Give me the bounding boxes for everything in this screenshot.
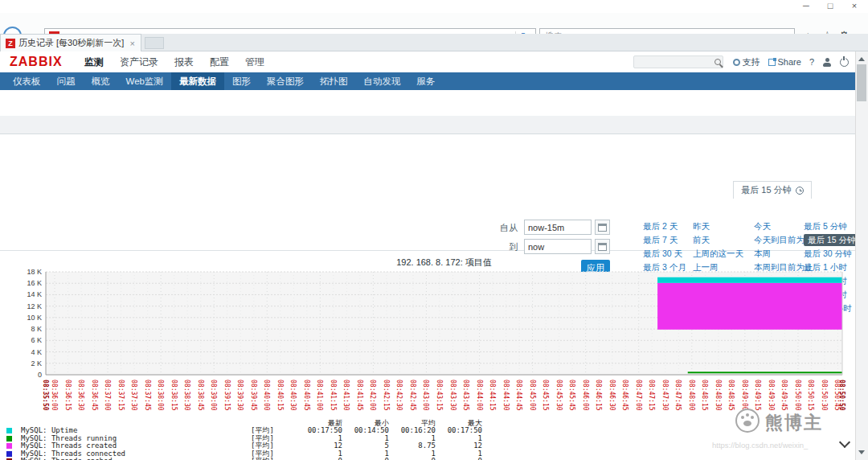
- legend-value: 00:16:20: [394, 427, 436, 434]
- x-axis-label: 08:45:15: [542, 380, 549, 411]
- x-axis-label: 08:36:15: [64, 380, 72, 411]
- x-axis-label: 08:38:30: [183, 380, 190, 411]
- y-axis-label: 16 K: [27, 279, 42, 287]
- time-preset-link[interactable]: 前天: [693, 233, 713, 247]
- clock-icon: [796, 187, 804, 195]
- legend-value: 1: [347, 450, 389, 458]
- browser-tab-bar: Z 历史记录 [每30秒刷新一次] ×: [0, 34, 868, 51]
- sub-nav-item[interactable]: 自动发现: [355, 72, 408, 90]
- help-link[interactable]: ?: [809, 57, 814, 67]
- x-axis-label: 08:45:30: [555, 380, 563, 411]
- history-graph[interactable]: 192. 168. 8. 172: 项目值18 K16 K14 K12 K10 …: [0, 256, 855, 417]
- x-axis-label: 08:40:15: [276, 380, 284, 411]
- x-axis-label: 08:42:30: [395, 380, 403, 411]
- x-axis-label: 08:50:00: [794, 380, 801, 411]
- tab-close-icon[interactable]: ×: [128, 39, 137, 48]
- x-axis-label: 08:43:45: [462, 380, 469, 411]
- window-close-button[interactable]: ×: [842, 0, 866, 12]
- new-tab-button[interactable]: [145, 37, 164, 49]
- x-axis-label: 08:49:00: [741, 380, 748, 411]
- chart-title: 192. 168. 8. 172: 项目值: [396, 257, 492, 267]
- series-area: [657, 277, 842, 283]
- x-axis-label: 08:37:15: [117, 380, 125, 411]
- time-from-input[interactable]: [524, 220, 592, 235]
- sub-nav-item[interactable]: Web监测: [118, 72, 171, 90]
- signout-icon[interactable]: [840, 58, 849, 67]
- legend-color-swatch: [6, 451, 12, 457]
- time-preset-link[interactable]: 最后 15 分钟: [804, 234, 855, 246]
- x-axis-label: 08:48:30: [714, 380, 722, 411]
- legend-value: 8.75: [394, 442, 436, 450]
- y-axis-label: 12 K: [27, 302, 42, 310]
- window-minimize-button[interactable]: ─: [794, 0, 818, 12]
- support-link[interactable]: 支持: [733, 56, 760, 68]
- legend-value: 00:17:50: [440, 427, 482, 434]
- time-preset-link[interactable]: 最后 7 天: [643, 233, 681, 247]
- sub-nav-item[interactable]: 拓扑图: [312, 72, 356, 90]
- header-search-icon[interactable]: [714, 59, 721, 65]
- scrollbar-down-icon[interactable]: [858, 450, 865, 454]
- window-maximize-button[interactable]: □: [818, 0, 842, 12]
- x-axis-label: 08:38:00: [157, 380, 164, 411]
- watermark-name: 熊博主: [765, 411, 823, 435]
- scrollbar[interactable]: [855, 51, 868, 460]
- window-titlebar: ─ □ ×: [0, 0, 868, 13]
- x-axis-label: 08:45:00: [529, 380, 536, 411]
- x-axis-label: 08:47:00: [635, 380, 642, 411]
- sub-nav-item[interactable]: 问题: [49, 72, 84, 90]
- main-nav-item[interactable]: 监测: [76, 51, 112, 72]
- calendar-icon: [598, 243, 607, 251]
- sub-nav-item[interactable]: 聚合图形: [259, 72, 312, 90]
- time-to-input[interactable]: [524, 239, 592, 254]
- x-axis-label: 08:37:45: [144, 380, 151, 411]
- scrollbar-thumb[interactable]: [857, 64, 866, 101]
- zabbix-app: ZABBIX 监测资产记录报表配置管理 支持 Share ? 仪表板问题概览We…: [0, 51, 855, 460]
- main-nav-item[interactable]: 资产记录: [112, 51, 166, 72]
- profile-icon[interactable]: [822, 58, 832, 67]
- y-axis-label: 8 K: [31, 325, 42, 333]
- scrollbar-up-icon[interactable]: [858, 57, 865, 61]
- x-axis-label: 08:50:30: [821, 380, 828, 411]
- share-link[interactable]: Share: [768, 57, 801, 67]
- sub-nav-item[interactable]: 仪表板: [5, 72, 49, 90]
- legend-series-name: MySQL: Uptime: [21, 427, 246, 434]
- time-filter-panel: 自从 到 应用 最后 2 天最后 7 天最后 30 天最后 3 个月最后 6 个…: [0, 133, 855, 251]
- browser-tab[interactable]: Z 历史记录 [每30秒刷新一次] ×: [0, 34, 141, 51]
- time-preset-link[interactable]: 最后 5 分钟: [804, 220, 850, 233]
- legend-value: 1: [301, 450, 342, 458]
- x-axis-label: 08:40:45: [303, 380, 310, 411]
- time-preset-link[interactable]: 昨天: [693, 220, 713, 233]
- legend-series-name: MySQL: Threads created: [21, 442, 246, 450]
- y-axis-label: 18 K: [27, 268, 42, 276]
- x-axis-label: 08:41:15: [330, 380, 337, 411]
- x-axis-label: 08:42:00: [369, 380, 376, 411]
- time-preset-link[interactable]: 最后 2 天: [643, 220, 681, 233]
- sub-nav-item[interactable]: 图形: [224, 72, 259, 90]
- main-nav-item[interactable]: 配置: [202, 51, 237, 72]
- x-axis-label: 08:39:45: [250, 380, 257, 411]
- header-search-input[interactable]: [633, 55, 723, 68]
- x-axis-label: 08:39:15: [223, 380, 231, 411]
- sub-nav-item[interactable]: 概览: [84, 72, 118, 90]
- x-axis-boundary-label: 08:50:50: [838, 380, 845, 411]
- x-axis-label: 08:45:45: [568, 380, 575, 411]
- sub-nav-item[interactable]: 最新数据: [171, 72, 224, 90]
- tab-title: 历史记录 [每30秒刷新一次]: [18, 37, 128, 49]
- x-axis-label: 08:40:30: [289, 380, 297, 411]
- time-range-tab[interactable]: 最后 15 分钟: [733, 181, 812, 199]
- sub-nav-item[interactable]: 服务: [408, 72, 443, 90]
- x-axis-label: 08:46:45: [621, 380, 628, 411]
- time-preset-link[interactable]: 今天: [754, 220, 774, 233]
- sub-nav: 仪表板问题概览Web监测最新数据图形聚合图形拓扑图自动发现服务: [0, 72, 855, 90]
- main-nav-item[interactable]: 报表: [166, 51, 202, 72]
- calendar-button[interactable]: [595, 239, 610, 254]
- x-axis-label: 08:47:15: [648, 380, 655, 411]
- main-nav-item[interactable]: 管理: [237, 51, 272, 72]
- legend-series-name: MySQL: Threads connected: [21, 450, 246, 458]
- x-axis-label: 08:41:30: [342, 380, 350, 411]
- y-axis-label: 14 K: [27, 290, 42, 298]
- legend-series-name: MySQL: Threads running: [21, 435, 246, 442]
- calendar-button[interactable]: [595, 220, 610, 235]
- zabbix-logo[interactable]: ZABBIX: [10, 55, 63, 69]
- support-label: 支持: [743, 56, 760, 68]
